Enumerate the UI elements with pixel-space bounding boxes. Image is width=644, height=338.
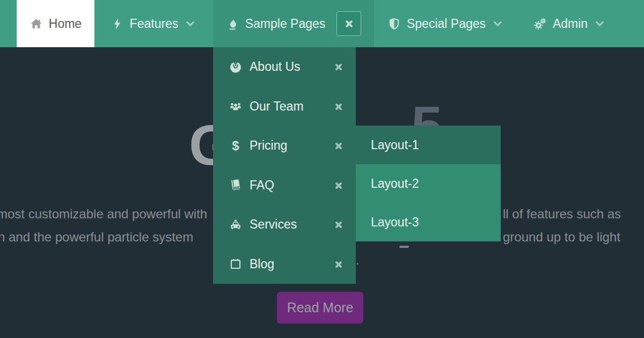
- nav-item-label: Features: [130, 17, 179, 31]
- close-icon[interactable]: [334, 260, 343, 269]
- hero-paragraph-line1-left: most customizable and powerful with: [0, 207, 207, 221]
- nav-item-label: Admin: [553, 17, 588, 31]
- rebel-icon: [229, 60, 243, 74]
- chevron-down-icon: [185, 18, 196, 30]
- nav-item-label: Home: [49, 17, 82, 31]
- home-icon: [30, 17, 43, 31]
- chevron-down-icon: [492, 18, 503, 30]
- hero-paragraph-line2-right: ground up to be light: [503, 230, 620, 244]
- close-icon[interactable]: [334, 220, 343, 230]
- menu-item-label: Services: [250, 217, 297, 232]
- nav-item-special-pages[interactable]: Special Pages: [374, 0, 517, 47]
- submenu-item-layout-1[interactable]: Layout-1: [356, 126, 501, 164]
- main-navbar: Home Features Sample Pages Special Pages: [0, 0, 644, 47]
- menu-item-services[interactable]: Services: [213, 205, 356, 245]
- sample-pages-close-button[interactable]: [336, 11, 361, 36]
- close-icon: [344, 19, 354, 29]
- menu-item-label: About Us: [250, 60, 301, 74]
- paragraph-descender-fragment: [399, 246, 409, 248]
- menu-item-blog[interactable]: Blog: [213, 245, 356, 284]
- nav-item-admin[interactable]: Admin: [517, 0, 622, 47]
- close-icon[interactable]: [334, 181, 343, 190]
- shield-icon: [387, 17, 401, 31]
- close-icon[interactable]: [334, 62, 343, 72]
- read-more-button[interactable]: Read More: [277, 292, 363, 324]
- close-icon[interactable]: [334, 102, 343, 112]
- flame-icon: [226, 17, 239, 31]
- bolt-icon: [111, 17, 124, 31]
- menu-item-about-us[interactable]: About Us: [213, 47, 356, 87]
- menu-item-label: Blog: [250, 257, 274, 271]
- pricing-submenu: Layout-1 Layout-2 Layout-3: [356, 126, 501, 241]
- submenu-item-label: Layout-3: [371, 215, 419, 230]
- chevron-down-icon: [594, 18, 605, 30]
- submenu-item-layout-3[interactable]: Layout-3: [356, 203, 501, 241]
- hero-paragraph-line1-right: ll of features such as: [503, 207, 621, 221]
- menu-item-faq[interactable]: FAQ: [213, 166, 356, 205]
- taxi-icon: [229, 218, 243, 232]
- book-icon: [229, 178, 243, 192]
- calendar-icon: [229, 257, 243, 271]
- menu-item-label: Our Team: [250, 99, 304, 114]
- submenu-item-layout-2[interactable]: Layout-2: [356, 164, 501, 203]
- nav-item-label: Special Pages: [407, 17, 486, 31]
- submenu-item-label: Layout-2: [371, 177, 419, 191]
- dollar-icon: $: [229, 139, 243, 153]
- nav-item-features[interactable]: Features: [94, 0, 212, 47]
- menu-item-label: FAQ: [250, 178, 274, 193]
- nav-item-home[interactable]: Home: [17, 0, 94, 47]
- cogs-icon: [533, 17, 547, 31]
- nav-item-sample-pages[interactable]: Sample Pages: [213, 0, 374, 47]
- menu-item-label: Pricing: [250, 138, 287, 153]
- menu-item-our-team[interactable]: Our Team: [213, 87, 356, 127]
- sample-pages-dropdown: About Us Our Team $ Pricing: [213, 47, 356, 284]
- close-icon[interactable]: [334, 141, 343, 151]
- menu-item-pricing[interactable]: $ Pricing: [213, 126, 356, 166]
- submenu-item-label: Layout-1: [371, 138, 419, 152]
- nav-item-label: Sample Pages: [245, 17, 326, 31]
- hero-paragraph-line3-period: .: [356, 253, 360, 267]
- users-icon: [229, 99, 243, 113]
- hero-paragraph-line2-left: n and the powerful particle system: [0, 230, 193, 244]
